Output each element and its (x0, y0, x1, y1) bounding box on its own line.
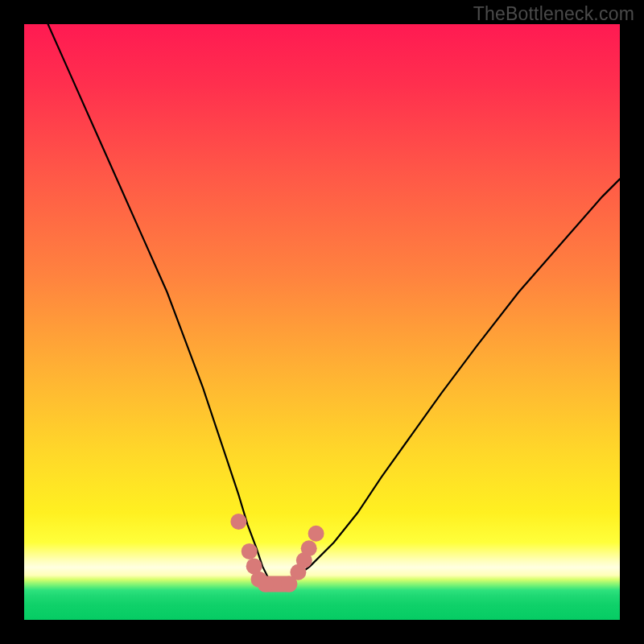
valley-dot (242, 543, 258, 559)
valley-markers (230, 514, 324, 592)
valley-dot (230, 514, 246, 530)
plot-area (24, 24, 620, 620)
curve-layer (24, 24, 620, 620)
valley-dot (301, 540, 317, 556)
bottleneck-curve (48, 24, 620, 584)
valley-dot (308, 526, 324, 542)
valley-dot (281, 576, 297, 592)
chart-frame: TheBottleneck.com (0, 0, 644, 644)
watermark-text: TheBottleneck.com (473, 3, 634, 25)
valley-dot (258, 576, 274, 592)
